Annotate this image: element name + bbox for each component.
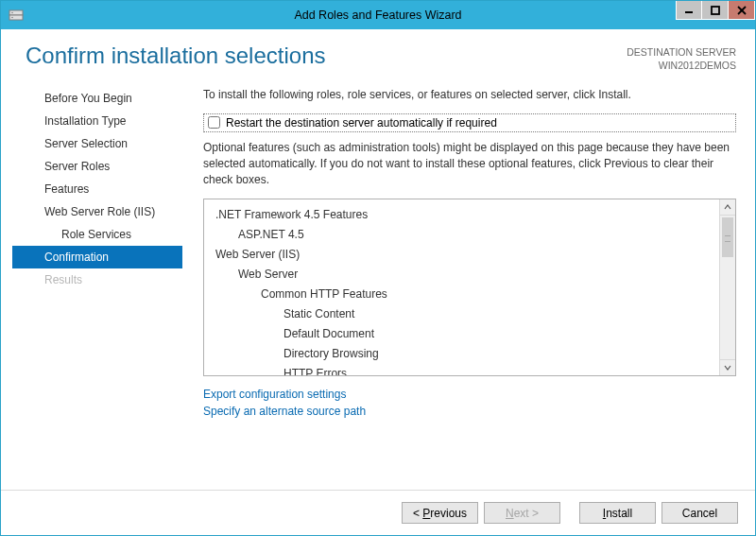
destination-server-label: DESTINATION SERVER — [627, 46, 736, 60]
optional-features-note: Optional features (such as administratio… — [203, 140, 736, 189]
window-title: Add Roles and Features Wizard — [1, 9, 755, 22]
feature-item: Web Server — [212, 265, 719, 285]
wizard-nav: Before You BeginInstallation TypeServer … — [12, 85, 186, 490]
links-zone: Export configuration settings Specify an… — [203, 376, 736, 421]
nav-step[interactable]: Before You Begin — [12, 87, 182, 110]
restart-checkbox-row[interactable]: Restart the destination server automatic… — [203, 113, 736, 132]
header-zone: Confirm installation selections DESTINAT… — [1, 29, 755, 78]
wizard-window: Add Roles and Features Wizard Confirm in… — [0, 0, 756, 536]
install-button[interactable]: Install — [579, 502, 656, 524]
client-area: Confirm installation selections DESTINAT… — [1, 29, 755, 535]
page-heading: Confirm installation selections — [26, 43, 325, 69]
scroll-down-button[interactable] — [720, 359, 735, 375]
destination-server-info: DESTINATION SERVER WIN2012DEMOS — [627, 43, 736, 72]
next-button: Next > — [484, 502, 560, 524]
feature-list: .NET Framework 4.5 FeaturesASP.NET 4.5We… — [204, 199, 719, 375]
feature-item: Common HTTP Features — [212, 285, 719, 304]
feature-item: Default Document — [212, 324, 719, 344]
svg-point-2 — [11, 12, 13, 14]
window-controls — [676, 1, 755, 20]
minimize-button[interactable] — [676, 1, 702, 20]
intro-text: To install the following roles, role ser… — [203, 87, 736, 103]
feature-item: HTTP Errors — [212, 364, 719, 375]
nav-step[interactable]: Confirmation — [12, 246, 182, 268]
wizard-footer: < Previous Next > Install Cancel — [1, 490, 755, 535]
svg-point-3 — [11, 17, 13, 19]
scroll-up-button[interactable] — [720, 199, 735, 216]
server-manager-icon — [9, 8, 24, 23]
feature-scrollbar[interactable] — [719, 199, 735, 375]
titlebar[interactable]: Add Roles and Features Wizard — [1, 1, 755, 29]
nav-step[interactable]: Server Selection — [12, 132, 182, 155]
svg-rect-1 — [9, 15, 23, 20]
nav-step[interactable]: Installation Type — [12, 110, 182, 132]
svg-rect-5 — [712, 7, 719, 14]
previous-button[interactable]: < Previous — [402, 502, 478, 524]
feature-item: Web Server (IIS) — [212, 245, 719, 265]
nav-step: Results — [12, 268, 182, 291]
nav-step[interactable]: Web Server Role (IIS) — [12, 200, 182, 223]
cancel-button[interactable]: Cancel — [662, 502, 738, 524]
nav-step[interactable]: Role Services — [12, 223, 182, 246]
main-panel: To install the following roles, role ser… — [186, 85, 749, 490]
feature-item: .NET Framework 4.5 Features — [212, 205, 719, 225]
restart-checkbox[interactable] — [208, 116, 220, 129]
feature-item: Directory Browsing — [212, 344, 719, 364]
scroll-thumb[interactable] — [722, 217, 733, 257]
maximize-button[interactable] — [702, 1, 729, 20]
feature-item: Static Content — [212, 304, 719, 324]
nav-step[interactable]: Server Roles — [12, 155, 182, 178]
export-config-link[interactable]: Export configuration settings — [203, 386, 736, 404]
nav-step[interactable]: Features — [12, 178, 182, 200]
restart-checkbox-label[interactable]: Restart the destination server automatic… — [226, 116, 497, 130]
svg-rect-0 — [9, 10, 23, 15]
body-zone: Before You BeginInstallation TypeServer … — [1, 78, 755, 490]
close-button[interactable] — [729, 1, 755, 20]
feature-item: ASP.NET 4.5 — [212, 225, 719, 245]
feature-list-box: .NET Framework 4.5 FeaturesASP.NET 4.5We… — [203, 199, 736, 376]
destination-server-value: WIN2012DEMOS — [627, 60, 736, 73]
alternate-source-link[interactable]: Specify an alternate source path — [203, 403, 736, 421]
